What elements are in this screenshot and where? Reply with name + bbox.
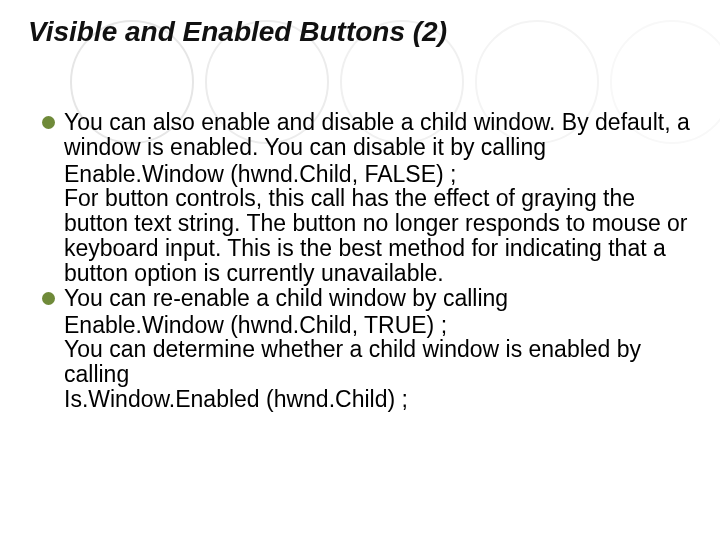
bullet-icon	[42, 292, 55, 305]
list-item: You can also enable and disable a child …	[42, 110, 690, 160]
list-line: Enable.Window (hwnd.Child, TRUE) ;	[42, 313, 690, 338]
list-item: You can re-enable a child window by call…	[42, 286, 690, 311]
bullet-icon	[42, 116, 55, 129]
list-line: For button controls, this call has the e…	[42, 186, 690, 285]
bullet-text: You can re-enable a child window by call…	[64, 285, 508, 311]
list-line: You can determine whether a child window…	[42, 337, 690, 387]
slide-title: Visible and Enabled Buttons (2)	[28, 16, 447, 48]
bullet-text: You can also enable and disable a child …	[64, 109, 690, 160]
list-line: Is.Window.Enabled (hwnd.Child) ;	[42, 387, 690, 412]
slide-body: You can also enable and disable a child …	[42, 110, 690, 412]
list-line: Enable.Window (hwnd.Child, FALSE) ;	[42, 162, 690, 187]
